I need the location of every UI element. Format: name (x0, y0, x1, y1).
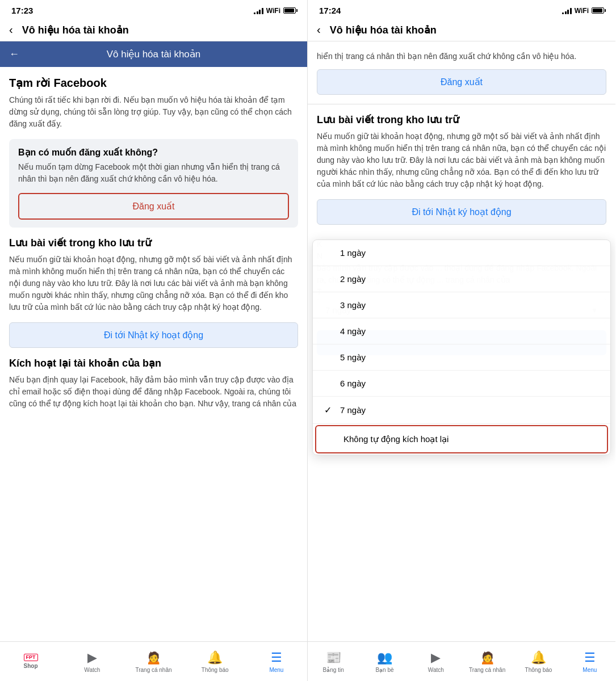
left-nav-fpt-label: Shop (24, 663, 38, 669)
left-status-icons: WiFi (254, 7, 296, 15)
right-menu-icon: ☰ (584, 650, 596, 665)
right-dropdown-item-2[interactable]: 2 ngày (313, 266, 610, 292)
right-nav-feed-label: Bảng tin (323, 667, 344, 673)
right-nav-friends-label: Bạn bè (375, 667, 393, 673)
left-logout-button[interactable]: Đăng xuất (18, 193, 289, 220)
left-blue-header-title: Vô hiệu hóa tài khoản (28, 48, 279, 60)
right-top-partial-desc: hiển thị trang cá nhân thì bạn nên đăng … (317, 51, 606, 62)
right-dropdown-item-5[interactable]: 5 ngày (313, 344, 610, 371)
right-dropdown-menu: 1 ngày 2 ngày 3 ngày 4 ngày (312, 239, 611, 455)
right-nav-title: Vô hiệu hóa tài khoản (330, 24, 437, 36)
right-reactivate-dropdown-area: KNbảo mình vẫn truy cập được vào ... tho… (308, 234, 615, 360)
fpt-logo-area: FPT (24, 654, 38, 661)
right-status-bar: 17:24 WiFi (308, 0, 615, 19)
left-status-bar: 17:23 WiFi (0, 0, 307, 19)
right-archive-title: Lưu bài viết trong kho lưu trữ (317, 114, 606, 126)
right-logout-button[interactable]: Đăng xuất (317, 69, 606, 95)
left-reactivate-section: Kích hoạt lại tài khoản của bạn Nếu bạn … (9, 357, 298, 410)
left-phone-screen: 17:23 WiFi ‹ Vô hiệu hóa tài khoản ← Vô … (0, 0, 308, 681)
right-top-section: hiển thị trang cá nhân thì bạn nên đăng … (308, 41, 615, 104)
right-nav-menu-label: Menu (583, 667, 597, 673)
left-watch-icon: ▶ (87, 650, 97, 665)
left-signal-icon (254, 7, 263, 14)
left-logout-card: Bạn có muốn đăng xuất không? Nếu muốn tạ… (9, 139, 298, 228)
left-archive-desc: Nếu muốn giữ tài khoản hoạt động, nhưng … (9, 254, 298, 313)
right-archive-section: Lưu bài viết trong kho lưu trữ Nếu muốn … (308, 104, 615, 234)
right-nav-profile-label: Trang cá nhân (469, 667, 505, 673)
right-signal-icon (562, 7, 572, 14)
left-menu-icon: ☰ (271, 650, 282, 665)
left-content: Tạm rời Facebook Chúng tôi rất tiếc khi … (0, 67, 307, 641)
right-nav-notification-label: Thông báo (525, 667, 552, 673)
left-reactivate-desc: Nếu bạn định quay lại Facebook, hãy đảm … (9, 374, 298, 410)
check-icon-7: ✓ (324, 405, 336, 415)
right-nav-watch-label: Watch (428, 667, 444, 673)
left-back-button[interactable]: ‹ (9, 23, 13, 36)
left-card1-title: Bạn có muốn đăng xuất không? (18, 147, 289, 158)
left-nav-fpt[interactable]: FPT Shop (0, 649, 61, 674)
left-activity-log-button[interactable]: Đi tới Nhật ký hoạt động (9, 322, 298, 348)
left-nav-watch-label: Watch (84, 667, 100, 673)
right-nav-profile[interactable]: 🙍 Trang cá nhân (462, 646, 513, 678)
left-bottom-nav: FPT Shop ▶ Watch 🙍 Trang cá nhân 🔔 Thông… (0, 641, 307, 681)
left-nav-notification[interactable]: 🔔 Thông báo (185, 646, 246, 678)
right-nav-menu[interactable]: ☰ Menu (564, 646, 615, 678)
right-archive-desc: Nếu muốn giữ tài khoản hoạt động, nhưng … (317, 131, 606, 190)
left-battery-icon (283, 7, 296, 14)
right-phone-screen: 17:24 WiFi ‹ Vô hiệu hóa tài khoản hiển … (308, 0, 615, 681)
left-bell-icon: 🔔 (207, 650, 223, 665)
right-profile-icon: 🙍 (480, 650, 495, 665)
right-dropdown-item-4[interactable]: 4 ngày (313, 318, 610, 344)
left-card1-desc: Nếu muốn tạm dừng Facebook một thời gian… (18, 161, 289, 185)
right-status-icons: WiFi (562, 7, 604, 15)
right-nav-feed[interactable]: 📰 Bảng tin (308, 646, 359, 678)
right-nav-friends[interactable]: 👥 Bạn bè (359, 646, 410, 678)
right-nav-watch[interactable]: ▶ Watch (410, 646, 462, 678)
left-wifi-icon: WiFi (266, 7, 280, 15)
left-nav-menu[interactable]: ☰ Menu (246, 646, 307, 678)
right-wifi-icon: WiFi (575, 7, 589, 15)
left-nav-title: Vô hiệu hóa tài khoản (22, 24, 129, 36)
fpt-logo-icon: FPT (24, 654, 38, 661)
left-reactivate-title: Kích hoạt lại tài khoản của bạn (9, 357, 298, 369)
right-watch-icon: ▶ (431, 650, 441, 665)
left-archive-title: Lưu bài viết trong kho lưu trữ (9, 237, 298, 249)
left-nav-profile-label: Trang cá nhân (135, 667, 171, 673)
right-scroll-area: hiển thị trang cá nhân thì bạn nên đăng … (308, 41, 615, 641)
right-back-button[interactable]: ‹ (317, 23, 321, 36)
right-dropdown-item-8[interactable]: Không tự động kích hoạt lại (315, 425, 608, 453)
right-main-content: hiển thị trang cá nhân thì bạn nên đăng … (308, 41, 615, 681)
right-dropdown-item-3[interactable]: 3 ngày (313, 292, 610, 318)
left-section1-desc: Chúng tôi rất tiếc khi bạn rời đi. Nếu b… (9, 94, 298, 130)
left-blue-back-arrow[interactable]: ← (9, 48, 19, 60)
left-nav-watch[interactable]: ▶ Watch (61, 646, 123, 678)
right-battery-icon (592, 7, 604, 14)
right-bell-icon: 🔔 (531, 650, 546, 665)
left-status-time: 17:23 (11, 6, 33, 15)
right-dropdown-item-1[interactable]: 1 ngày (313, 240, 610, 266)
right-dropdown-item-7[interactable]: ✓ 7 ngày (313, 397, 610, 424)
right-nav-header: ‹ Vô hiệu hóa tài khoản (308, 19, 615, 41)
right-bottom-nav: 📰 Bảng tin 👥 Bạn bè ▶ Watch 🙍 Trang cá n… (308, 641, 615, 681)
left-profile-icon: 🙍 (146, 650, 161, 665)
right-nav-notification[interactable]: 🔔 Thông báo (513, 646, 564, 678)
right-friends-icon: 👥 (377, 650, 392, 665)
left-archive-section: Lưu bài viết trong kho lưu trữ Nếu muốn … (9, 237, 298, 348)
right-activity-log-button[interactable]: Đi tới Nhật ký hoạt động (317, 199, 606, 225)
left-nav-header: ‹ Vô hiệu hóa tài khoản (0, 19, 307, 41)
left-nav-notification-label: Thông báo (202, 667, 229, 673)
left-nav-menu-label: Menu (269, 667, 283, 673)
left-blue-header: ← Vô hiệu hóa tài khoản (0, 41, 307, 67)
right-feed-icon: 📰 (326, 650, 341, 665)
right-status-time: 17:24 (319, 6, 341, 15)
left-nav-profile[interactable]: 🙍 Trang cá nhân (123, 646, 184, 678)
left-section1-title: Tạm rời Facebook (9, 76, 298, 90)
right-dropdown-item-6[interactable]: 6 ngày (313, 371, 610, 397)
